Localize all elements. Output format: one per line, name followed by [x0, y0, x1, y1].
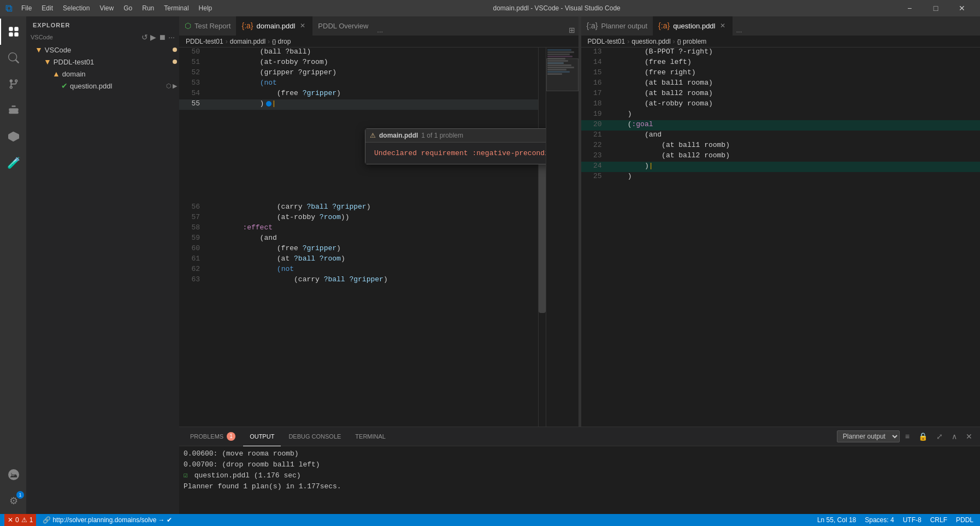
- problems-label: PROBLEMS: [190, 433, 223, 440]
- menu-run[interactable]: Run: [138, 3, 158, 13]
- panel-output-select[interactable]: Planner output Extension Host Log: [837, 430, 900, 442]
- line-ending-text: CRLF: [930, 516, 947, 524]
- domain-pddl-close[interactable]: ✕: [298, 21, 307, 30]
- right-breadcrumb-file[interactable]: question.pddl: [631, 38, 670, 45]
- menu-go[interactable]: Go: [119, 3, 137, 13]
- activity-search[interactable]: [0, 45, 26, 71]
- error-count-item[interactable]: ✕ 0 ⚠ 1: [4, 514, 36, 526]
- panel-tab-terminal[interactable]: TERMINAL: [349, 427, 392, 446]
- panel-tab-output[interactable]: OUTPUT: [243, 427, 281, 446]
- tab-test-report[interactable]: ⬡ Test Report: [179, 16, 236, 36]
- error-popup-header: ⚠ domain.pddl 1 of 1 problem ∧ ∨ ✕: [365, 129, 546, 143]
- minimize-button[interactable]: −: [897, 0, 922, 16]
- split-editor-btn[interactable]: ⊞: [565, 25, 578, 36]
- output-line-4: Planner found 1 plan(s) in 1.177secs.: [184, 481, 976, 492]
- panel-close-btn[interactable]: ✕: [963, 431, 976, 442]
- tab-domain-pddl[interactable]: {:a} domain.pddl ✕: [236, 16, 312, 36]
- domain-label: domain: [62, 70, 179, 78]
- activity-extensions[interactable]: [0, 123, 26, 150]
- menu-selection[interactable]: Selection: [58, 3, 94, 13]
- activity-debug[interactable]: [0, 97, 26, 123]
- panel-area: PROBLEMS 1 OUTPUT DEBUG CONSOLE TERMINAL…: [179, 427, 980, 514]
- title-bar-left: ⧉ File Edit Selection View Go Run Termin…: [5, 3, 216, 14]
- dirty-indicator: [173, 48, 177, 52]
- status-encoding[interactable]: UTF-8: [901, 514, 924, 526]
- right-line-19: 19 ): [581, 110, 981, 120]
- tree-domain[interactable]: ▲ domain: [26, 68, 179, 80]
- left-code-content[interactable]: 50 (ball ?ball) 51 (at-robby ?room) 52: [179, 48, 546, 427]
- panel-tab-problems[interactable]: PROBLEMS 1: [184, 427, 242, 446]
- scrollbar-thumb[interactable]: [539, 161, 546, 313]
- right-code-area[interactable]: 13 (B-PPOT ?-right) 14 (free left) 15 (f…: [581, 48, 981, 427]
- right-line-15: 15 (free right): [581, 68, 981, 79]
- activity-account[interactable]: [0, 462, 26, 488]
- left-code-scroll[interactable]: 50 (ball ?ball) 51 (at-robby ?room) 52: [179, 48, 546, 427]
- status-url[interactable]: 🔗 http://solver.planning.domains/solve →…: [40, 514, 174, 526]
- minimap-viewport: [546, 58, 578, 91]
- terminal-label: TERMINAL: [355, 433, 386, 440]
- scrollbar-track[interactable]: [538, 48, 546, 427]
- main-layout: 🧪 ⚙ 1 Explorer VSCode ↺ ▶ ⏹ ··· ▼ VSCo: [0, 16, 980, 514]
- tab-planner-output[interactable]: {:a} Planner output: [581, 16, 653, 36]
- tree-question-pddl[interactable]: ✔ question.pddl ⬡ ▶: [26, 80, 179, 92]
- right-tab-bar: {:a} Planner output {:a} question.pddl ✕…: [581, 16, 981, 36]
- panel-filter-btn[interactable]: ≡: [902, 431, 913, 442]
- right-breadcrumb-symbol[interactable]: {} problem: [677, 38, 707, 45]
- tab-pddl-overview[interactable]: PDDL Overview: [312, 16, 374, 36]
- check-icon-output: ☑: [184, 471, 188, 480]
- right-line-17: 17 (at ball2 rooma): [581, 89, 981, 99]
- output-text-4: Planner found 1 plan(s) in 1.177secs.: [184, 482, 341, 490]
- code-line-59: 59 (and: [179, 234, 546, 244]
- close-button[interactable]: ✕: [949, 0, 975, 16]
- planner-output-icon: {:a}: [587, 21, 598, 30]
- symbol-icon: {}: [272, 38, 276, 45]
- activity-beaker[interactable]: 🧪: [0, 150, 26, 176]
- breadcrumb-symbol[interactable]: {} drop: [272, 38, 291, 45]
- output-line-1: 0.00600: (move rooma roomb): [184, 448, 976, 459]
- more-btn[interactable]: ···: [168, 33, 175, 42]
- status-language[interactable]: PDDL: [954, 514, 976, 526]
- panel-tab-debug[interactable]: DEBUG CONSOLE: [282, 427, 347, 446]
- maximize-button[interactable]: □: [923, 0, 948, 16]
- tree-pddl-test01[interactable]: ▼ PDDL-test01: [26, 56, 179, 68]
- run-file-icon[interactable]: ▶: [173, 82, 177, 90]
- panel-lock-btn[interactable]: 🔒: [915, 431, 931, 442]
- refresh-btn[interactable]: ↺: [141, 33, 148, 42]
- menu-help[interactable]: Help: [194, 3, 217, 13]
- activity-git[interactable]: [0, 71, 26, 97]
- minimap: [546, 48, 578, 427]
- open-extern-icon[interactable]: ⬡: [166, 82, 172, 90]
- activity-settings[interactable]: ⚙ 1: [0, 488, 26, 514]
- tree-vscode[interactable]: ▼ VSCode: [26, 44, 179, 56]
- question-pddl-close[interactable]: ✕: [718, 21, 727, 30]
- right-code-scroll[interactable]: 13 (B-PPOT ?-right) 14 (free left) 15 (f…: [581, 48, 981, 427]
- activity-explorer[interactable]: [0, 19, 26, 45]
- right-breadcrumb-root[interactable]: PDDL-test01: [588, 38, 625, 45]
- language-text: PDDL: [956, 516, 973, 524]
- status-line-ending[interactable]: CRLF: [928, 514, 949, 526]
- output-text-3: question.pddl (1.176 sec): [194, 471, 301, 480]
- code-line-55: 55 )|: [179, 99, 546, 110]
- menu-view[interactable]: View: [95, 3, 118, 13]
- panel-content: 0.00600: (move rooma roomb) 0.00700: (dr…: [179, 446, 980, 514]
- status-position[interactable]: Ln 55, Col 18: [815, 514, 858, 526]
- right-line-25: 25 ): [581, 172, 981, 182]
- domain-folder-icon: ▲: [52, 69, 60, 78]
- menu-terminal[interactable]: Terminal: [160, 3, 193, 13]
- menu-file[interactable]: File: [17, 3, 36, 13]
- right-tab-more[interactable]: ···: [733, 27, 745, 36]
- panel-popout-btn[interactable]: ⤢: [933, 431, 946, 442]
- breadcrumb-file[interactable]: domain.pddl: [230, 38, 265, 45]
- status-spaces[interactable]: Spaces: 4: [863, 514, 896, 526]
- check-icon-status: ✔: [167, 516, 172, 524]
- menu-edit[interactable]: Edit: [37, 3, 57, 13]
- tab-question-pddl[interactable]: {:a} question.pddl ✕: [653, 16, 733, 36]
- breadcrumb-root[interactable]: PDDL-test01: [186, 38, 223, 45]
- warning-icon: ⚠: [21, 516, 27, 524]
- file-tree: VSCode ↺ ▶ ⏹ ··· ▼ VSCode ▼ PDDL-test01 …: [26, 31, 179, 514]
- tab-more-btn[interactable]: ···: [374, 27, 386, 36]
- stop-btn[interactable]: ⏹: [158, 33, 166, 42]
- panel-collapse-btn[interactable]: ∧: [948, 431, 960, 442]
- sidebar: Explorer VSCode ↺ ▶ ⏹ ··· ▼ VSCode ▼ PDD…: [26, 16, 179, 514]
- run-btn[interactable]: ▶: [150, 33, 156, 42]
